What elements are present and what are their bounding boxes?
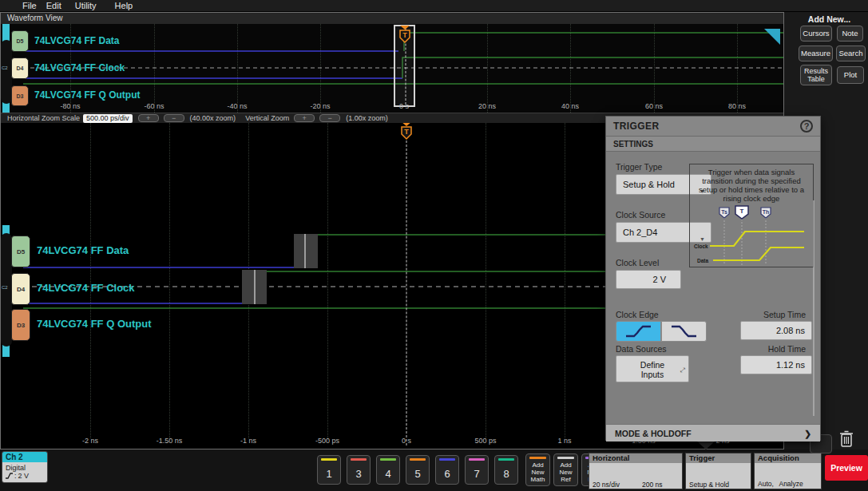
hzoom-minus-button[interactable]: − (164, 114, 184, 122)
channel-color-stripe (410, 458, 426, 461)
trigger-panel-header[interactable]: TRIGGER ? (606, 117, 820, 136)
menu-bar: File Edit Utility Help (0, 0, 868, 12)
hzoom-plus-button[interactable]: + (138, 114, 159, 122)
channel-2-info: Digital : 2 V (2, 462, 47, 483)
axis-tick: -2 ns (82, 437, 98, 445)
hold-time-field[interactable]: 1.12 ns (740, 355, 812, 374)
add-plot-button[interactable]: Plot (837, 66, 864, 84)
group-collapse-handle[interactable]: C2 (2, 65, 8, 70)
mode-holdoff-section[interactable]: MODE & HOLDOFF ❯ (606, 424, 820, 442)
axis-tick: 0 s (399, 102, 409, 110)
channel-3-button[interactable]: 3 (347, 455, 371, 485)
overview-label-qout: 74LVCG74 FF Q Output (34, 89, 140, 101)
channel-7-button[interactable]: 7 (465, 455, 489, 485)
trigger-panel-body: Trigger Type Setup & Hold ▼ Clock Source… (606, 152, 820, 424)
vzoom-label: Vertical Zoom (245, 114, 289, 122)
menu-edit[interactable]: Edit (46, 0, 61, 12)
channel-8-button[interactable]: 8 (494, 455, 518, 485)
svg-text:Clock: Clock (694, 244, 708, 249)
svg-text:Ts: Ts (721, 209, 727, 215)
axis-tick: 20 ns (478, 102, 496, 110)
channel-5-button[interactable]: 5 (406, 455, 430, 485)
svg-text:Data: Data (697, 258, 708, 263)
channel-6-button[interactable]: 6 (435, 455, 459, 485)
overview-label-data: 74LVCG74 FF Data (34, 35, 119, 46)
channel-color-stripe (351, 458, 367, 461)
axis-tick: -1.50 ns (157, 437, 183, 445)
axis-tick: 80 ns (728, 102, 746, 110)
vzoom-plus-button[interactable]: + (294, 114, 315, 122)
trash-icon (838, 430, 854, 449)
channel-color-stripe (498, 458, 514, 461)
trigger-flag-icon[interactable]: T (398, 123, 414, 141)
axis-tick: -60 ns (144, 102, 164, 110)
add-results-table-button[interactable]: Results Table (800, 65, 832, 85)
add-new-ref-button[interactable]: Add New Ref (553, 453, 578, 486)
main-badge-d5[interactable]: D5 (11, 236, 30, 267)
overview-badge-d4[interactable]: D4 (11, 57, 29, 79)
channel-2-badge[interactable]: Ch 2 Digital : 2 V (2, 451, 48, 483)
setup-hold-diagram: Ts T Th Clock Data (692, 204, 811, 271)
help-icon[interactable]: ? (800, 120, 813, 133)
hzoom-factor: (40.00x zoom) (190, 114, 236, 122)
menu-utility[interactable]: Utility (75, 0, 97, 12)
add-new-sidebar: Add New... Cursors Note Measure Search R… (791, 12, 868, 100)
svg-text:Th: Th (763, 209, 770, 215)
svg-text:T: T (740, 208, 744, 215)
define-inputs-button[interactable]: Define Inputs ⤢ (616, 355, 689, 382)
channel-4-button[interactable]: 4 (376, 455, 400, 485)
channel-color-stripe (380, 458, 396, 461)
main-badge-d3[interactable]: D3 (11, 309, 30, 341)
add-new-title: Add New... (791, 14, 868, 24)
zoom-overview-corner-icon[interactable] (764, 29, 780, 45)
data-sources-label: Data Sources (616, 344, 667, 354)
math-color-stripe (529, 457, 546, 459)
trigger-panel-title: TRIGGER (613, 121, 659, 132)
waveform-view-title: Waveform View (1, 13, 783, 24)
trigger-line (406, 141, 407, 445)
waveform-overview[interactable]: C2 D5 D4 D3 74LVCG74 FF Data 74LVCG74 FF… (1, 24, 783, 113)
main-badge-d4[interactable]: D4 (11, 273, 30, 305)
axis-tick: 500 ps (474, 437, 496, 445)
chevron-right-icon: ❯ (804, 429, 811, 438)
overview-badge-d5[interactable]: D5 (11, 30, 29, 52)
axis-tick: -500 ps (315, 437, 339, 445)
preview-button[interactable]: Preview (825, 455, 868, 481)
add-note-button[interactable]: Note (837, 26, 863, 42)
bottom-bar: Ch 2 Digital : 2 V 1 3 4 5 (0, 449, 868, 491)
acquisition-info-box[interactable]: Acquisition Auto, Analyze High Res: 12 b… (754, 453, 822, 489)
panel-scrollbar[interactable] (813, 200, 814, 416)
horizontal-info-box[interactable]: Horizontal 20 ns/div200 ns SR: 6.25 GS/s… (589, 453, 683, 489)
main-label-qout: 74LVCG74 FF Q Output (37, 318, 152, 330)
panel-pointer (696, 441, 715, 449)
rising-edge-icon (616, 322, 660, 341)
channel-group-handle[interactable] (1, 40, 12, 104)
axis-tick: -40 ns (227, 102, 247, 110)
group-collapse-handle[interactable]: C2 (2, 285, 8, 290)
main-label-clock: 74LVCG74 FF Clock (37, 282, 135, 294)
add-search-button[interactable]: Search (836, 46, 866, 61)
hzoom-scale-input[interactable]: 500.00 ps/div (83, 114, 133, 123)
menu-file[interactable]: File (22, 0, 37, 12)
add-cursors-button[interactable]: Cursors (800, 26, 832, 42)
add-measure-button[interactable]: Measure (799, 46, 833, 61)
rising-edge-button[interactable] (616, 321, 661, 342)
trash-button[interactable] (834, 427, 858, 451)
setup-time-field[interactable]: 2.08 ns (740, 321, 812, 340)
clock-level-field[interactable]: 2 V (616, 270, 681, 289)
trigger-type-label: Trigger Type (616, 162, 662, 172)
overview-badge-d3[interactable]: D3 (11, 85, 29, 106)
trigger-flag-icon[interactable]: T (397, 26, 413, 44)
add-new-math-button[interactable]: Add New Math (525, 453, 550, 486)
hold-time-label: Hold Time (768, 344, 806, 354)
menu-help[interactable]: Help (115, 0, 133, 12)
vzoom-minus-button[interactable]: − (319, 114, 340, 122)
clock-edge-label: Clock Edge (616, 310, 659, 319)
trigger-info-box[interactable]: Trigger Setup & Hold S: 2.08 ns H: 1.12 … (685, 453, 751, 489)
channel-group-handle[interactable] (1, 233, 12, 346)
falling-edge-button[interactable] (661, 321, 707, 342)
oscilloscope-app: File Edit Utility Help Waveform View (0, 0, 868, 491)
svg-text:T: T (402, 31, 407, 39)
axis-tick: -1 ns (240, 437, 256, 445)
channel-1-button[interactable]: 1 (317, 455, 341, 485)
